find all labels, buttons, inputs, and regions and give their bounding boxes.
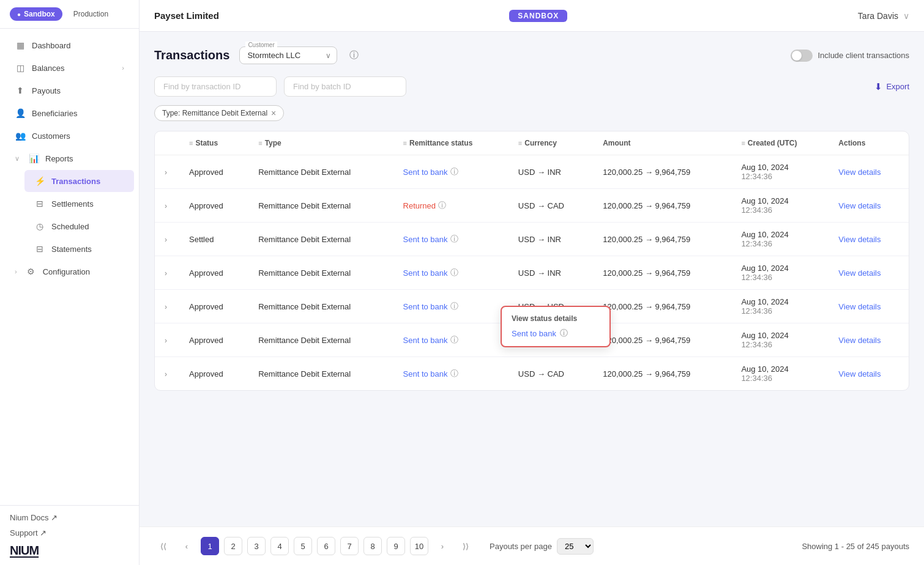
expand-icon[interactable]: › xyxy=(165,168,167,177)
search-transaction-input[interactable] xyxy=(154,76,277,97)
info-icon[interactable]: ⓘ xyxy=(560,328,568,339)
info-icon[interactable]: ⓘ xyxy=(450,334,458,345)
environment-switcher: Sandbox Production xyxy=(0,0,139,29)
sidebar-item-statements[interactable]: ⊟ Statements xyxy=(24,238,134,260)
filter-tag-type: Type: Remittance Debit External × xyxy=(154,105,284,121)
user-name: Tara Davis xyxy=(858,11,898,21)
top-bar: Payset Limited SANDBOX Tara Davis ∨ xyxy=(140,0,924,32)
remittance-status-label[interactable]: Sent to bank ⓘ xyxy=(403,267,458,278)
customers-icon: 👥 xyxy=(15,130,26,141)
table-row: › Settled Remittance Debit External Sent… xyxy=(155,223,909,256)
cell-currency: USD → INR xyxy=(509,155,593,189)
expand-icon[interactable]: › xyxy=(165,303,167,311)
cell-remittance-status: Sent to bank ⓘ xyxy=(393,323,509,357)
search-batch-input[interactable] xyxy=(284,76,406,97)
info-icon[interactable]: ⓘ xyxy=(349,50,359,61)
sandbox-badge: SANDBOX xyxy=(509,10,567,22)
cell-amount: 120,000.25 → 9,964,759 xyxy=(593,155,731,189)
sidebar-item-balances[interactable]: ◫ Balances › xyxy=(5,57,134,79)
cell-actions: View details xyxy=(829,256,909,290)
sidebar-item-dashboard[interactable]: ▦ Dashboard xyxy=(5,34,134,56)
cell-created: Aug 10, 202412:34:36 xyxy=(731,189,829,223)
sidebar-item-transactions[interactable]: ⚡ Transactions xyxy=(24,170,134,192)
chevron-right-icon: › xyxy=(122,64,124,72)
remittance-status-label[interactable]: Sent to bank ⓘ xyxy=(403,334,458,345)
filter-tag-label: Type: Remittance Debit External xyxy=(162,109,267,117)
page-3-button[interactable]: 3 xyxy=(247,537,266,555)
customer-select-wrap: Customer Stormtech LLC ∨ xyxy=(239,46,337,64)
page-2-button[interactable]: 2 xyxy=(224,537,242,555)
nium-docs-link[interactable]: Nium Docs ↗ xyxy=(10,513,129,522)
sidebar-item-scheduled[interactable]: ◷ Scheduled xyxy=(24,215,134,237)
view-details-link[interactable]: View details xyxy=(838,302,881,311)
cell-created: Aug 10, 202412:34:36 xyxy=(731,223,829,256)
cell-type: Remittance Debit External xyxy=(248,223,393,256)
user-menu[interactable]: Tara Davis ∨ xyxy=(858,11,909,21)
page-7-button[interactable]: 7 xyxy=(340,537,359,555)
page-1-button[interactable]: 1 xyxy=(201,537,219,555)
view-details-link[interactable]: View details xyxy=(838,369,881,379)
dashboard-icon: ▦ xyxy=(15,40,26,51)
sidebar-item-beneficiaries[interactable]: 👤 Beneficiaries xyxy=(5,102,134,124)
page-6-button[interactable]: 6 xyxy=(317,537,335,555)
sidebar-footer: Nium Docs ↗ Support ↗ NIUM xyxy=(0,505,139,565)
cell-actions: View details xyxy=(829,189,909,223)
sidebar-item-configuration[interactable]: › ⚙ Configuration xyxy=(5,260,134,282)
cell-amount: 120,000.25 → 9,964,759 xyxy=(593,223,731,256)
info-icon[interactable]: ⓘ xyxy=(450,267,458,278)
expand-icon[interactable]: › xyxy=(165,370,167,379)
view-details-link[interactable]: View details xyxy=(838,201,881,210)
expand-icon[interactable]: › xyxy=(165,235,167,244)
page-8-button[interactable]: 8 xyxy=(363,537,382,555)
view-details-link[interactable]: View details xyxy=(838,336,881,345)
customer-dropdown[interactable]: Stormtech LLC xyxy=(239,46,337,64)
cell-created: Aug 10, 202412:34:36 xyxy=(731,357,829,391)
info-icon[interactable]: ⓘ xyxy=(450,301,458,312)
remittance-status-label[interactable]: Sent to bank ⓘ xyxy=(403,301,458,312)
cell-remittance-status: Returned ⓘ xyxy=(393,189,509,223)
tooltip-title: View status details xyxy=(512,314,600,323)
page-last-button[interactable]: ⟩⟩ xyxy=(456,537,475,555)
sidebar-item-payouts[interactable]: ⬆ Payouts xyxy=(5,79,134,102)
sidebar-item-customers[interactable]: 👥 Customers xyxy=(5,125,134,147)
expand-icon[interactable]: › xyxy=(165,202,167,210)
support-link[interactable]: Support ↗ xyxy=(10,528,129,537)
info-icon[interactable]: ⓘ xyxy=(450,166,458,177)
page-10-button[interactable]: 10 xyxy=(410,537,428,555)
page-5-button[interactable]: 5 xyxy=(294,537,312,555)
view-details-link[interactable]: View details xyxy=(838,268,881,278)
page-9-button[interactable]: 9 xyxy=(387,537,405,555)
sidebar-item-settlements[interactable]: ⊟ Settlements xyxy=(24,193,134,215)
filter-tag-remove[interactable]: × xyxy=(271,108,276,118)
page-next-button[interactable]: › xyxy=(433,537,452,555)
view-details-link[interactable]: View details xyxy=(838,235,881,244)
settlements-icon: ⊟ xyxy=(34,198,45,209)
info-icon[interactable]: ⓘ xyxy=(450,234,458,245)
remittance-status-label[interactable]: Sent to bank ⓘ xyxy=(403,166,458,177)
cell-status: Approved xyxy=(179,256,248,290)
remittance-status-label[interactable]: Sent to bank ⓘ xyxy=(403,368,458,379)
page-prev-button[interactable]: ‹ xyxy=(177,537,196,555)
cell-amount: 120,000.25 → 9,964,759 xyxy=(593,189,731,223)
info-icon[interactable]: ⓘ xyxy=(438,200,446,211)
remittance-status-label[interactable]: Returned ⓘ xyxy=(403,200,446,211)
info-icon[interactable]: ⓘ xyxy=(450,368,458,379)
view-details-link[interactable]: View details xyxy=(838,168,881,177)
include-client-toggle[interactable] xyxy=(791,50,813,62)
sandbox-env-button[interactable]: Sandbox xyxy=(10,7,62,21)
chevron-right-icon: › xyxy=(15,268,17,275)
expand-icon[interactable]: › xyxy=(165,336,167,345)
expand-icon[interactable]: › xyxy=(165,269,167,278)
per-page-select[interactable]: 25 50 100 xyxy=(557,538,594,555)
statements-icon: ⊟ xyxy=(34,243,45,254)
page-first-button[interactable]: ⟨⟨ xyxy=(154,537,173,555)
cell-currency: USD → CAD xyxy=(509,189,593,223)
export-button[interactable]: ⬇ Export xyxy=(874,81,909,92)
payouts-icon: ⬆ xyxy=(15,85,26,96)
production-env-button[interactable]: Production xyxy=(66,7,116,21)
remittance-status-label[interactable]: Sent to bank ⓘ xyxy=(403,234,458,245)
sidebar-item-reports[interactable]: ∨ 📊 Reports xyxy=(5,147,134,169)
configuration-icon: ⚙ xyxy=(26,266,37,277)
col-amount: Amount xyxy=(593,131,731,155)
page-4-button[interactable]: 4 xyxy=(270,537,289,555)
